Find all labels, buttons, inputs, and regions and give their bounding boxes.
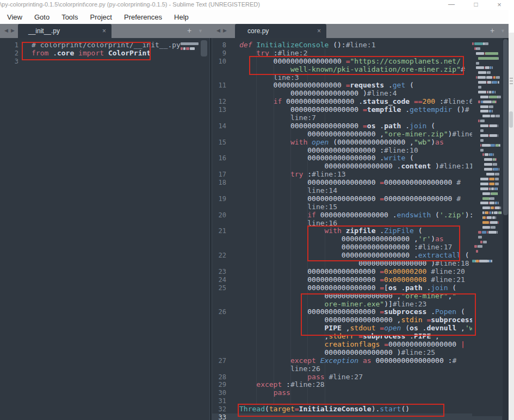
line-number: 2 (0, 49, 22, 58)
background-window-strip (509, 0, 514, 33)
new-tab-icon[interactable]: + (187, 26, 191, 35)
line-number (212, 162, 230, 171)
minimap-row (472, 70, 503, 75)
minimap-init-py[interactable] (181, 41, 202, 63)
code-row: 27 except Exception as 0000000000000000 … (212, 357, 509, 365)
code-row: 0000000000000000 ,"ore-miner.zip")#line:… (212, 130, 509, 139)
line-number: 22 (212, 252, 230, 260)
menu-goto[interactable]: Goto (28, 13, 55, 21)
minimap-row (472, 133, 503, 138)
minimap-core-py[interactable] (472, 41, 503, 416)
menu-preferences[interactable]: Preferences (118, 13, 168, 21)
minimap-row (472, 148, 503, 153)
editor-pane-init-py[interactable]: 1# colorprint/colorprint/__init__.py2fro… (0, 38, 209, 420)
line-number (212, 235, 230, 243)
line-number (212, 316, 230, 324)
line-number: 20 (212, 211, 230, 220)
line-number: 10 (212, 58, 230, 66)
line-number: 23 (212, 268, 230, 276)
line-number (212, 324, 230, 333)
code-text: 0000000000000000 .write ( (230, 154, 414, 162)
menu-view[interactable]: View (1, 13, 28, 21)
code-text: line:7 (230, 114, 316, 122)
minimap-row (472, 172, 503, 177)
background-window-strip (509, 0, 514, 420)
code-row: creationflags =0000000000000000 | (212, 341, 509, 349)
minimap-row (472, 109, 503, 114)
next-tab-icon[interactable]: ▶ (11, 28, 15, 33)
line-number (212, 333, 230, 341)
minimap-row (472, 99, 503, 104)
code-row: 15 with open (0000000000000000 ,"wb")as (212, 139, 509, 147)
code-row: 30 pass (212, 389, 509, 397)
minimap-row (472, 152, 503, 157)
line-number: 3 (0, 58, 22, 66)
code-row: 17 try :#line:13 (212, 171, 509, 179)
annotation-box (301, 293, 476, 336)
code-row: 28 pass #line:27 (212, 373, 509, 381)
scrollbar-thumb[interactable] (201, 40, 207, 57)
line-number: 11 (212, 82, 230, 90)
tab-overflow-icon[interactable]: ▼ (500, 28, 505, 34)
minimap-row (472, 210, 503, 215)
line-number: 12 (212, 98, 230, 106)
tab-overflow-icon[interactable]: ▼ (198, 28, 203, 34)
code-text: line:15 (230, 203, 337, 211)
close-window-button[interactable]: × (491, 0, 507, 10)
prev-tab-icon[interactable]: ◀ (4, 28, 8, 33)
minimap-row (472, 215, 503, 220)
code-text: 0000000000000000 ,"ore-miner.zip")#line:… (230, 130, 482, 139)
minimap-row (472, 244, 503, 249)
menu-tools[interactable]: Tools (55, 13, 84, 21)
background-window-mark (510, 80, 513, 82)
minimap-row (472, 51, 503, 56)
minimap-row (472, 254, 503, 259)
minimap-row (472, 128, 503, 133)
minimap-row (472, 123, 503, 128)
line-number: 33 (212, 413, 230, 420)
menu-project[interactable]: Project (84, 13, 118, 21)
maximize-button[interactable]: □ (468, 0, 484, 10)
next-tab-icon[interactable]: ▶ (223, 28, 227, 33)
code-text: 0000000000000000 :#line:10 (230, 147, 418, 155)
line-number (212, 260, 230, 268)
minimap-row (472, 235, 503, 240)
new-tab-icon[interactable]: + (490, 26, 494, 35)
code-row: 18 0000000000000000 =0000000000000000 # (212, 179, 509, 187)
close-tab-icon[interactable]: × (317, 27, 321, 35)
line-number: 21 (212, 227, 230, 235)
line-number (212, 187, 230, 195)
minimap-row (472, 65, 503, 70)
code-row: 0000000000000000 )#line:4 (212, 90, 509, 98)
line-number (212, 90, 230, 98)
line-number (212, 365, 230, 373)
minimap-row (472, 85, 503, 90)
code-text: line:14 (230, 187, 337, 195)
minimap-row (181, 41, 202, 46)
code-text: 0000000000000000 =os .path .join ( (230, 122, 435, 130)
background-window-mark (510, 83, 513, 84)
code-text: line:26 (230, 365, 320, 373)
minimap-row (472, 118, 503, 123)
scrollbar-thumb[interactable] (503, 39, 508, 215)
annotation-box (249, 56, 464, 75)
menu-help[interactable]: Help (168, 13, 195, 21)
minimap-row (181, 51, 202, 56)
minimap-row (472, 46, 503, 51)
tab-core-py[interactable]: core.py × (235, 24, 326, 38)
close-tab-icon[interactable]: × (102, 27, 106, 35)
prev-tab-icon[interactable]: ◀ (216, 28, 220, 33)
line-number (212, 130, 230, 139)
code-row: 13 0000000000000000 =tempfile .gettempdi… (212, 106, 509, 114)
tab-init-py[interactable]: __init__.py × (18, 24, 112, 38)
line-number: 15 (212, 139, 230, 147)
background-window-scrollbar (509, 111, 513, 128)
code-text: with open (0000000000000000 ,"wb")as (230, 139, 444, 147)
minimap-row (472, 157, 503, 162)
minimize-button[interactable]: — (443, 0, 460, 10)
annotation-box (307, 225, 460, 261)
line-number (212, 300, 230, 309)
code-row: 23 0000000000000000 =0x00000200 #line:20 (212, 268, 509, 276)
minimap-row (472, 114, 503, 118)
code-row: 16 0000000000000000 .write ( (212, 154, 509, 162)
